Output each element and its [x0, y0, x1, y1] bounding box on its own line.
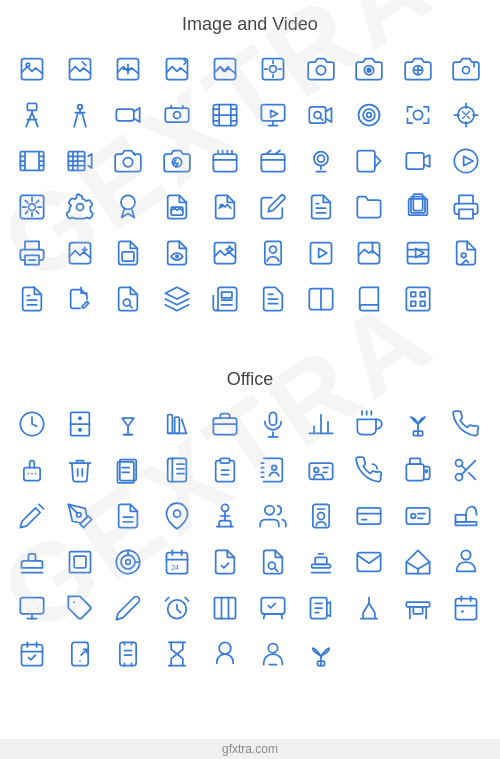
- svg-rect-197: [455, 599, 476, 620]
- svg-rect-91: [174, 417, 179, 433]
- icon-book: [347, 277, 391, 321]
- svg-point-1: [26, 63, 30, 66]
- icon-video-camera: [106, 93, 150, 137]
- icon-card: [347, 494, 391, 538]
- svg-rect-63: [407, 243, 428, 264]
- icon-image-sparkle: [203, 231, 247, 275]
- icon-film-strip: [10, 139, 54, 183]
- icon-doc-check: [203, 540, 247, 584]
- icon-id-card: [299, 448, 343, 492]
- icon-phone: [444, 402, 488, 446]
- icon-video-clip: [396, 139, 440, 183]
- icon-landscape: [10, 47, 54, 91]
- svg-line-182: [165, 598, 169, 602]
- icon-cabinet: [58, 402, 102, 446]
- svg-point-151: [411, 514, 416, 519]
- svg-rect-37: [406, 153, 424, 169]
- svg-rect-119: [220, 458, 229, 463]
- icon-portrait: [251, 231, 295, 275]
- svg-point-26: [413, 110, 422, 119]
- svg-rect-82: [411, 301, 416, 306]
- svg-point-56: [175, 255, 177, 257]
- svg-rect-90: [167, 415, 172, 434]
- svg-rect-205: [72, 642, 88, 665]
- icon-play-circle: [444, 139, 488, 183]
- icon-pencil-cup: [10, 448, 54, 492]
- bottom-bar: gfxtra.com: [0, 739, 500, 759]
- svg-point-7: [270, 66, 277, 73]
- icon-edit-image: [251, 185, 295, 229]
- icon-monitor-play: [251, 93, 295, 137]
- icon-camera3: [106, 139, 150, 183]
- icon-label: [58, 586, 102, 630]
- section-title-image-video: Image and Video: [0, 0, 500, 43]
- icon-file-search: [106, 277, 150, 321]
- svg-point-38: [454, 149, 477, 172]
- svg-marker-61: [319, 248, 327, 257]
- svg-point-128: [314, 468, 319, 473]
- icon-image-doc: [155, 185, 199, 229]
- icon-file-edit: [58, 277, 102, 321]
- icon-clapboard2: [251, 139, 295, 183]
- icon-stamp: [10, 540, 54, 584]
- svg-rect-15: [117, 109, 134, 121]
- icon-pin: [155, 494, 199, 538]
- svg-rect-33: [261, 154, 284, 172]
- icon-tripod: [10, 93, 54, 137]
- svg-point-42: [77, 204, 84, 211]
- icon-hourglass: [155, 632, 199, 676]
- svg-rect-156: [70, 552, 91, 573]
- icon-person2: [203, 632, 247, 676]
- svg-point-30: [124, 158, 133, 167]
- svg-line-169: [275, 568, 278, 571]
- icon-video-search: [299, 93, 343, 137]
- svg-point-211: [219, 642, 231, 654]
- section-title-office: Office: [0, 355, 500, 398]
- svg-point-159: [121, 555, 135, 569]
- svg-rect-150: [406, 508, 429, 524]
- icon-briefcase: [203, 402, 247, 446]
- icon-image-file: [203, 185, 247, 229]
- svg-rect-81: [420, 292, 425, 297]
- icon-fax: [396, 448, 440, 492]
- svg-rect-208: [120, 642, 136, 665]
- svg-text:24: 24: [171, 564, 179, 571]
- icon-newspaper: [203, 277, 247, 321]
- svg-rect-95: [270, 412, 277, 425]
- svg-point-17: [173, 112, 180, 119]
- icon-webcam: [299, 139, 343, 183]
- svg-rect-196: [413, 607, 422, 614]
- icon-write: [251, 586, 295, 630]
- svg-marker-39: [463, 156, 472, 165]
- icon-play-button: [347, 139, 391, 183]
- svg-rect-32: [213, 154, 236, 172]
- icon-image-plus: [106, 47, 150, 91]
- icon-microphone: [251, 402, 295, 446]
- icon-clipboard: [203, 448, 247, 492]
- icon-id-badge: [299, 494, 343, 538]
- svg-rect-36: [358, 151, 376, 172]
- icon-person-desk: [203, 494, 247, 538]
- icon-pencil2: [106, 586, 150, 630]
- svg-rect-13: [27, 103, 36, 110]
- icon-people: [251, 494, 295, 538]
- icon-alarm: [155, 586, 199, 630]
- svg-rect-147: [358, 508, 381, 524]
- icon-gear-image: [58, 185, 102, 229]
- icon-person-work: [444, 540, 488, 584]
- icon-books: [155, 402, 199, 446]
- section-office: Office: [0, 355, 500, 680]
- icon-notebook: [155, 448, 199, 492]
- icon-printer2: [10, 231, 54, 275]
- icon-desk: [396, 586, 440, 630]
- icon-dart: [106, 540, 150, 584]
- svg-rect-144: [313, 504, 329, 527]
- icon-image-eye: [155, 231, 199, 275]
- icon-plant2: [299, 632, 343, 676]
- svg-rect-157: [74, 556, 86, 568]
- icon-camera-flash: [155, 139, 199, 183]
- svg-point-10: [368, 68, 372, 72]
- svg-point-24: [364, 109, 376, 121]
- svg-rect-71: [221, 292, 232, 298]
- svg-point-41: [29, 204, 36, 211]
